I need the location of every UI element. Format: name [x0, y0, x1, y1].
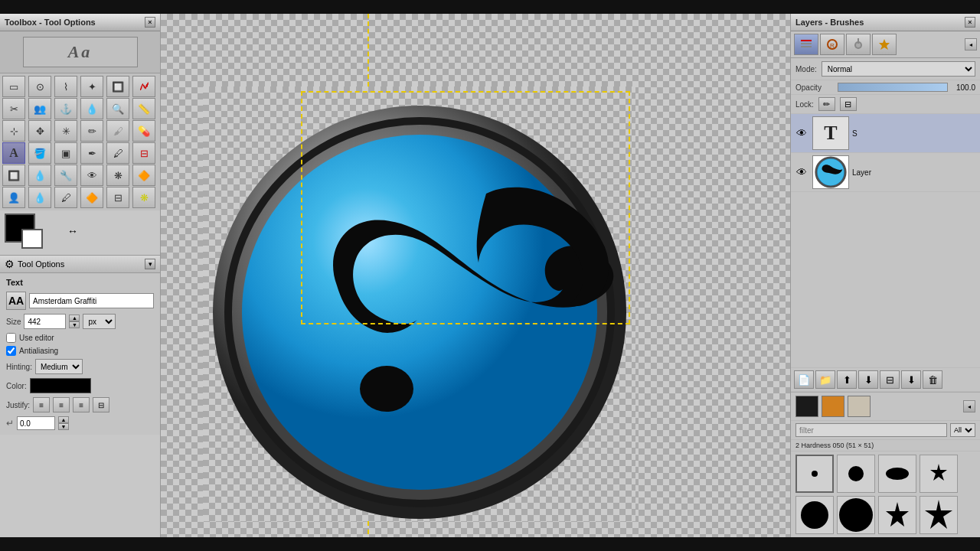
brush-section-collapse[interactable]: ◂ — [963, 400, 975, 412]
layers-close-button[interactable]: × — [965, 17, 975, 28]
layer-item-text[interactable]: 👁 T S — [791, 114, 980, 153]
tool-unknown2[interactable]: 👤 — [2, 187, 25, 208]
tool-retouch[interactable]: 🔲 — [2, 165, 25, 186]
lock-position-button[interactable]: ⊟ — [840, 97, 857, 111]
tool-scissors[interactable]: 🗲 — [132, 76, 155, 97]
tool-unknown3[interactable]: 💧 — [28, 187, 51, 208]
tool-unknown1[interactable]: 🔶 — [132, 165, 155, 186]
tool-unknown6[interactable]: ⊟ — [106, 187, 129, 208]
indent-down-arrow[interactable]: ▼ — [58, 423, 69, 430]
duplicate-layer-button[interactable]: ⊟ — [880, 370, 900, 389]
tool-fuzzy-select[interactable]: ✦ — [80, 76, 103, 97]
layer-up-button[interactable]: ⬆ — [837, 370, 857, 389]
indent-up-arrow[interactable]: ▲ — [58, 416, 69, 423]
new-layer-group-button[interactable]: 📁 — [815, 370, 835, 389]
hinting-select[interactable]: None Slight Medium Full — [35, 359, 83, 374]
tool-clone[interactable]: 🖊 — [106, 142, 129, 164]
layers-tab-end[interactable]: ◂ — [965, 38, 977, 51]
size-up-arrow[interactable]: ▲ — [69, 315, 80, 321]
size-unit-select[interactable]: px pt mm — [83, 314, 116, 329]
tool-unknown7[interactable]: ❋ — [132, 187, 155, 208]
svg-marker-19 — [925, 500, 952, 529]
tab-layers[interactable] — [794, 34, 818, 55]
tool-ink[interactable]: ✒ — [80, 142, 103, 164]
layer-down-button[interactable]: ⬇ — [858, 370, 878, 389]
tool-dodge[interactable]: 🔧 — [54, 165, 77, 186]
tool-bucket[interactable]: 🪣 — [28, 142, 51, 164]
tool-text[interactable]: A — [2, 142, 25, 164]
layer-visibility-text[interactable]: 👁 — [794, 126, 809, 141]
justify-left-button[interactable]: ≡ — [33, 397, 50, 412]
brush-thumb-6[interactable] — [837, 496, 875, 534]
text-color-swatch[interactable] — [30, 378, 91, 393]
svg-rect-5 — [801, 40, 812, 41]
layer-item-image[interactable]: 👁 Layer — [791, 153, 980, 192]
size-down-arrow[interactable]: ▼ — [69, 321, 80, 328]
tool-rect-select[interactable]: ▭ — [2, 76, 25, 97]
brush-thumb-2[interactable] — [837, 455, 875, 493]
tool-blur[interactable]: 💧 — [28, 165, 51, 186]
justify-center-button[interactable]: ≡ — [53, 397, 70, 412]
tool-pencil[interactable]: ✏ — [80, 120, 103, 142]
brush-filter-input[interactable] — [795, 423, 947, 437]
tool-move[interactable]: ✥ — [28, 120, 51, 142]
tool-options-label: Tool Options — [18, 259, 64, 269]
justify-fill-button[interactable]: ⊟ — [93, 397, 109, 412]
tab-brushes-tool[interactable] — [846, 34, 871, 55]
tool-unknown5[interactable]: 🔶 — [80, 187, 103, 208]
brush-swatch-orange[interactable] — [822, 396, 844, 417]
mode-select[interactable]: Normal Dissolve Multiply Screen Overlay — [822, 61, 975, 77]
tool-warp[interactable]: ⚓ — [54, 98, 77, 119]
tool-ellipse-select[interactable]: ⊙ — [28, 76, 51, 97]
foreground-color[interactable] — [5, 214, 35, 243]
tool-free-select[interactable]: ⌇ — [54, 76, 77, 97]
tool-crop[interactable]: ✂ — [2, 98, 25, 119]
use-editor-label: Use editor — [19, 334, 54, 342]
canvas-container[interactable] — [203, 86, 635, 521]
size-input[interactable] — [24, 314, 66, 329]
brush-thumb-4[interactable] — [920, 455, 958, 493]
brush-thumb-1[interactable] — [795, 455, 834, 493]
anchor-layer-button[interactable]: ⬇ — [901, 370, 921, 389]
indent-input[interactable] — [17, 416, 55, 430]
swap-colors-icon[interactable]: ↔ — [67, 225, 83, 240]
tool-color-picker[interactable]: 💧 — [80, 98, 103, 119]
tool-options-close-button[interactable]: ▾ — [145, 259, 155, 269]
brush-filter-select[interactable]: All — [950, 423, 975, 437]
tool-smudge[interactable]: 👁 — [80, 165, 103, 186]
tool-path[interactable]: ❋ — [106, 165, 129, 186]
tool-zoom[interactable]: 🔍 — [106, 98, 129, 119]
brush-thumb-8[interactable] — [920, 496, 958, 534]
layer-name-text: S — [852, 129, 977, 138]
tool-transform[interactable]: 👥 — [28, 98, 51, 119]
tab-patterns[interactable] — [872, 34, 897, 55]
toolbox-close-button[interactable]: × — [145, 17, 155, 28]
tool-paint[interactable]: 🖌 — [106, 120, 129, 142]
tool-unknown4[interactable]: 🖊 — [54, 187, 77, 208]
brush-thumb-5[interactable] — [795, 496, 834, 534]
tool-select-color[interactable]: 🔲 — [106, 76, 129, 97]
background-color[interactable] — [21, 229, 43, 249]
tool-heal[interactable]: 💊 — [132, 120, 155, 142]
justify-right-button[interactable]: ≡ — [73, 397, 90, 412]
justify-label: Justify: — [6, 401, 30, 409]
delete-layer-button[interactable]: 🗑 — [923, 370, 942, 389]
tab-channels[interactable]: R — [820, 34, 844, 55]
tool-align[interactable]: ⊹ — [2, 120, 25, 142]
brush-swatch-dark[interactable] — [795, 396, 818, 417]
brush-swatch-light[interactable] — [848, 396, 871, 417]
use-editor-checkbox[interactable] — [6, 333, 16, 343]
layer-visibility-image[interactable]: 👁 — [794, 165, 809, 180]
tool-measure[interactable]: 📏 — [132, 98, 155, 119]
brush-thumb-3[interactable] — [878, 455, 916, 493]
font-name-input[interactable] — [29, 293, 154, 308]
brush-thumb-7[interactable] — [878, 496, 916, 534]
tool-erase[interactable]: ⊟ — [132, 142, 155, 164]
tool-align2[interactable]: ✳ — [54, 120, 77, 142]
opacity-slider[interactable] — [838, 83, 948, 92]
lock-pixels-button[interactable]: ✏ — [818, 97, 835, 111]
new-layer-button[interactable]: 📄 — [794, 370, 814, 389]
tool-blend[interactable]: ▣ — [54, 142, 77, 164]
size-row: Size ▲ ▼ px pt mm — [6, 314, 154, 329]
antialiasing-checkbox[interactable] — [6, 346, 16, 356]
